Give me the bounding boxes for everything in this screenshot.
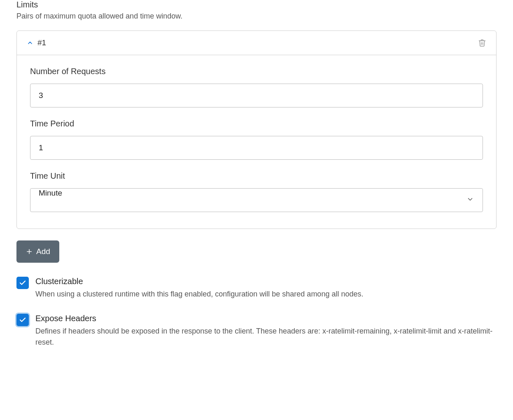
chevron-up-icon	[27, 40, 33, 46]
clusterizable-checkbox[interactable]	[16, 277, 29, 289]
period-input[interactable]	[30, 136, 483, 160]
section-description: Pairs of maximum quota allowed and time …	[16, 12, 497, 21]
trash-icon[interactable]	[478, 39, 486, 47]
expose-headers-checkbox[interactable]	[16, 314, 29, 326]
add-button[interactable]: Add	[16, 240, 59, 263]
period-label: Time Period	[30, 119, 483, 128]
unit-select[interactable]: Minute	[30, 188, 483, 212]
limit-panel-header[interactable]: #1	[17, 31, 496, 55]
unit-label: Time Unit	[30, 171, 483, 181]
add-button-label: Add	[36, 247, 50, 256]
limit-panel: #1 Number of Requests Time Period Time U…	[16, 30, 497, 229]
requests-input[interactable]	[30, 84, 483, 107]
clusterizable-description: When using a clustered runtime with this…	[35, 289, 497, 300]
clusterizable-label: Clusterizable	[35, 277, 497, 286]
unit-select-wrap: Minute	[30, 188, 483, 212]
section-title: Limits	[16, 0, 497, 9]
plus-icon	[26, 248, 33, 255]
expose-headers-description: Defines if headers should be exposed in …	[35, 326, 497, 348]
limit-panel-title: #1	[37, 38, 46, 47]
clusterizable-content: Clusterizable When using a clustered run…	[35, 277, 497, 300]
expose-headers-content: Expose Headers Defines if headers should…	[35, 314, 497, 348]
requests-label: Number of Requests	[30, 67, 483, 76]
clusterizable-row: Clusterizable When using a clustered run…	[16, 277, 497, 300]
expose-headers-label: Expose Headers	[35, 314, 497, 323]
expose-headers-row: Expose Headers Defines if headers should…	[16, 314, 497, 348]
limit-panel-body: Number of Requests Time Period Time Unit…	[17, 55, 496, 229]
